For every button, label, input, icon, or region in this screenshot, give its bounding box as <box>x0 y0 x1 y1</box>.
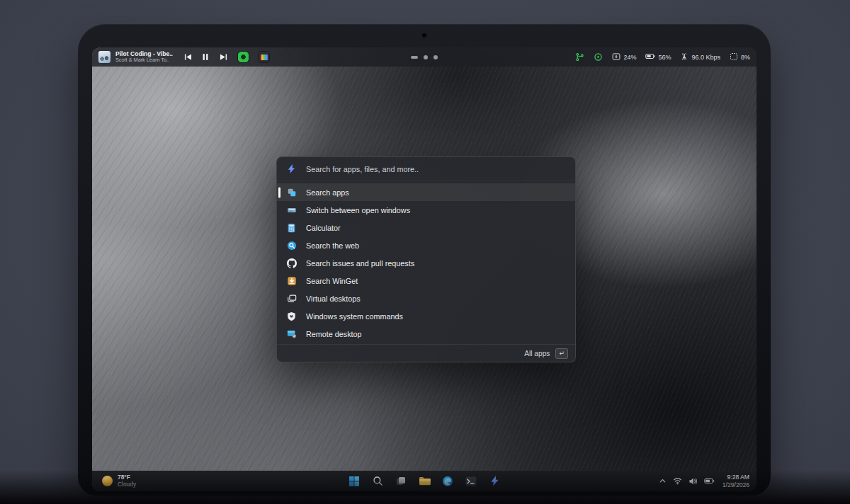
web-search-icon <box>286 240 297 251</box>
search-apps-icon <box>286 187 297 197</box>
sun-icon <box>102 476 113 486</box>
topbar-overflow-dots[interactable] <box>411 55 438 59</box>
network-icon <box>680 52 688 62</box>
search-icon[interactable] <box>369 473 386 490</box>
network-speed-value: 96.0 Kbps <box>691 54 720 61</box>
top-status-bar: Pilot Coding - Vibe.. Scott & Mark Learn… <box>92 47 756 67</box>
battery-icon <box>645 52 655 62</box>
palette-item-label: Search WinGet <box>306 277 358 285</box>
powertoys-icon[interactable] <box>486 473 503 490</box>
edge-browser-icon[interactable] <box>439 473 456 490</box>
system-stats: 24% 56% 96.0 Kbps <box>575 52 750 62</box>
window-switcher-icon <box>286 205 297 215</box>
palette-results-list: Search apps Switch between open windows … <box>277 181 575 344</box>
wifi-icon[interactable] <box>673 477 682 485</box>
remote-desktop-icon <box>286 328 297 339</box>
volume-icon[interactable] <box>688 477 698 486</box>
weather-widget[interactable]: 78°F Cloudy <box>99 473 139 489</box>
pause-icon[interactable] <box>200 52 210 62</box>
desktop-wallpaper: Pilot Coding - Vibe.. Scott & Mark Learn… <box>92 47 756 491</box>
laptop-frame: Pilot Coding - Vibe.. Scott & Mark Learn… <box>78 24 771 496</box>
palette-item-search-apps[interactable]: Search apps <box>277 183 575 201</box>
palette-item-winget-search[interactable]: Search WinGet <box>277 272 575 290</box>
github-icon <box>286 258 297 268</box>
battery-usage-widget[interactable]: 56% <box>645 52 671 62</box>
cpu-usage-value: 8% <box>741 54 750 61</box>
green-app-icon[interactable] <box>238 52 249 62</box>
palette-footer: All apps ↵ <box>277 344 575 362</box>
previous-track-icon[interactable] <box>183 52 193 62</box>
next-track-icon[interactable] <box>218 52 228 62</box>
palette-item-calculator[interactable]: Calculator <box>277 219 575 236</box>
palette-item-label: Calculator <box>306 224 341 232</box>
file-explorer-icon[interactable] <box>416 473 433 490</box>
palette-item-label: Windows system commands <box>306 312 403 321</box>
palette-item-remote-desktop[interactable]: Remote desktop <box>277 325 575 343</box>
record-target-icon[interactable] <box>594 52 603 62</box>
palette-item-label: Search issues and pull requests <box>306 259 414 268</box>
palette-item-label: Search the web <box>306 241 359 250</box>
calculator-icon <box>286 222 297 233</box>
powertoys-bolt-icon <box>286 164 297 174</box>
task-view-icon[interactable] <box>392 473 409 490</box>
system-tray: 9:28 AM 1/29/2026 <box>659 474 749 488</box>
weather-text: 78°F Cloudy <box>118 474 136 488</box>
gpu-usage-widget[interactable]: 24% <box>612 52 636 62</box>
webcam <box>422 33 426 38</box>
battery-value: 56% <box>658 54 671 61</box>
palette-item-label: Switch between open windows <box>306 206 410 214</box>
all-apps-label[interactable]: All apps <box>524 350 550 357</box>
network-speed-widget[interactable]: 96.0 Kbps <box>680 52 720 62</box>
palette-item-label: Search apps <box>306 188 349 197</box>
color-palette-icon[interactable] <box>259 52 269 62</box>
palette-item-system-commands[interactable]: Windows system commands <box>277 307 575 325</box>
search-input[interactable]: Search for apps, files, and more.. <box>306 165 419 173</box>
cpu-icon <box>730 52 738 62</box>
enter-key-icon[interactable]: ↵ <box>555 348 568 359</box>
terminal-icon[interactable] <box>463 473 480 490</box>
clock-date: 1/29/2026 <box>722 481 749 488</box>
clock-widget[interactable]: 9:28 AM 1/29/2026 <box>721 474 749 488</box>
cpu-usage-widget[interactable]: 8% <box>730 52 750 62</box>
palette-item-web-search[interactable]: Search the web <box>277 236 575 254</box>
clock-time: 9:28 AM <box>722 474 749 481</box>
taskbar-center-icons <box>346 471 503 491</box>
command-palette: Search for apps, files, and more.. Searc… <box>276 156 576 362</box>
git-branch-icon[interactable] <box>575 52 584 62</box>
palette-item-window-switcher[interactable]: Switch between open windows <box>277 201 575 219</box>
winget-icon <box>286 275 297 286</box>
media-subtitle: Scott & Mark Learn To.. <box>115 57 173 63</box>
gpu-icon <box>612 52 620 62</box>
palette-item-github-search[interactable]: Search issues and pull requests <box>277 254 575 272</box>
weather-condition: Cloudy <box>118 481 136 488</box>
virtual-desktops-icon <box>286 293 297 304</box>
system-commands-icon <box>286 311 297 321</box>
tray-chevron-up-icon[interactable] <box>659 477 667 485</box>
media-text: Pilot Coding - Vibe.. Scott & Mark Learn… <box>115 51 173 63</box>
palette-search-bar[interactable]: Search for apps, files, and more.. <box>277 157 575 181</box>
start-button[interactable] <box>346 473 363 490</box>
palette-item-label: Virtual desktops <box>306 294 361 303</box>
media-widget[interactable]: Pilot Coding - Vibe.. Scott & Mark Learn… <box>98 51 173 63</box>
taskbar: 78°F Cloudy <box>92 471 756 491</box>
palette-item-label: Remote desktop <box>306 330 362 338</box>
gpu-usage-value: 24% <box>623 54 636 61</box>
palette-item-virtual-desktops[interactable]: Virtual desktops <box>277 290 575 307</box>
album-art <box>98 51 110 63</box>
tray-battery-icon[interactable] <box>704 477 715 485</box>
